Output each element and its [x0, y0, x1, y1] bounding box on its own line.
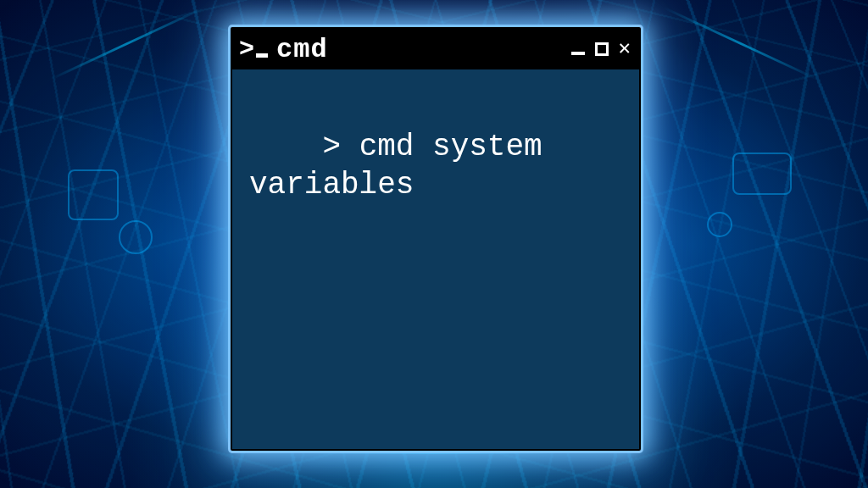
prompt-glyph: >: [239, 36, 254, 62]
window-title: cmd: [276, 34, 563, 65]
circuit-line: [305, 452, 559, 454]
circuit-decoration: [68, 169, 119, 220]
command-line: > cmd system variables: [249, 130, 560, 202]
circuit-decoration: [119, 220, 153, 254]
minimize-button[interactable]: [571, 52, 585, 55]
cursor-glyph: [256, 53, 268, 58]
window-controls: ✕: [571, 39, 631, 59]
terminal-icon: >: [239, 36, 268, 62]
maximize-button[interactable]: [595, 42, 609, 56]
titlebar[interactable]: > cmd ✕: [232, 29, 639, 69]
terminal-body[interactable]: > cmd system variables: [232, 69, 639, 263]
circuit-decoration: [707, 212, 732, 237]
circuit-decoration: [732, 152, 792, 195]
close-button[interactable]: ✕: [619, 39, 631, 59]
terminal-window: > cmd ✕ > cmd system variables: [231, 27, 641, 451]
circuit-line: [50, 7, 205, 80]
circuit-line: [664, 7, 819, 80]
